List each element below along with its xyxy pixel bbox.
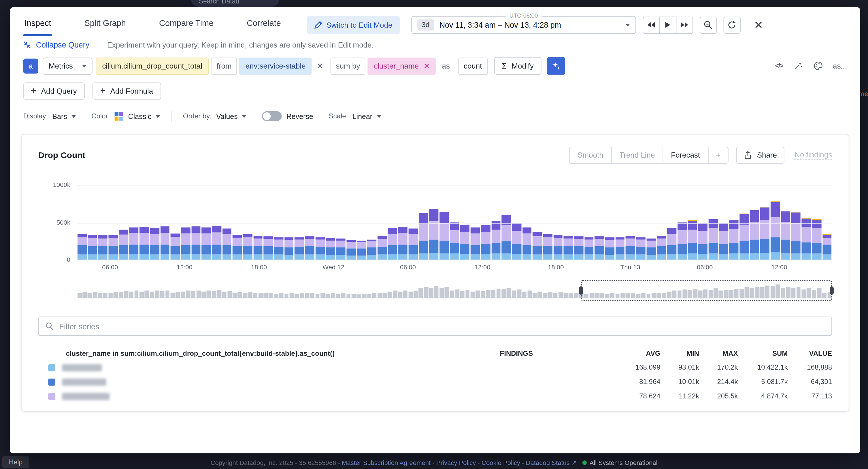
stacked-bar[interactable] [532, 232, 542, 259]
stacked-bar[interactable] [802, 218, 811, 259]
stacked-bar[interactable] [181, 227, 190, 259]
stacked-bar[interactable] [502, 215, 511, 259]
stacked-bar[interactable] [315, 237, 325, 259]
stacked-bar[interactable] [409, 229, 418, 259]
tab-split-graph[interactable]: Split Graph [83, 14, 127, 36]
metric-name-field[interactable]: cilium.cilium_drop_count_total [95, 57, 209, 74]
stacked-bar[interactable] [295, 237, 304, 259]
stacked-bar[interactable] [419, 213, 428, 259]
stacked-bar[interactable] [781, 211, 790, 259]
close-icon[interactable]: ✕ [749, 17, 768, 33]
stacked-bar[interactable] [357, 241, 366, 259]
stacked-bar[interactable] [822, 234, 831, 259]
stacked-bar[interactable] [792, 212, 801, 259]
stacked-bar[interactable] [398, 227, 407, 259]
stacked-bar[interactable] [232, 235, 242, 259]
footer-link[interactable]: Privacy Policy [436, 459, 476, 466]
stacked-bar[interactable] [750, 210, 759, 259]
filter-series-input[interactable] [59, 322, 825, 331]
brush-handle-right[interactable] [830, 286, 833, 295]
toolbar-trend-line[interactable]: Trend Line [611, 147, 663, 163]
group-by-chip[interactable]: cluster_name ✕ [368, 57, 436, 74]
remove-filter-icon[interactable]: ✕ [317, 61, 323, 70]
stacked-bar[interactable] [253, 236, 262, 259]
add-formula-button[interactable]: + Add Formula [93, 83, 161, 100]
display-type-dropdown[interactable]: Bars [52, 112, 76, 120]
column-avg[interactable]: AVG [597, 350, 660, 357]
as-count-dropdown[interactable]: count [458, 57, 488, 74]
stacked-bar[interactable] [222, 229, 231, 259]
stacked-bar[interactable] [481, 224, 490, 259]
stacked-bar[interactable] [657, 236, 666, 259]
stacked-bar[interactable] [760, 207, 770, 259]
zoom-out-button[interactable] [700, 17, 717, 34]
column-max[interactable]: MAX [699, 350, 738, 357]
brush-handle-left[interactable] [579, 286, 583, 295]
stacked-bar[interactable] [771, 201, 780, 259]
footer-link[interactable]: Datadog Status ↗ [526, 459, 577, 466]
color-dropdown[interactable]: Classic [115, 112, 160, 120]
footer-link[interactable]: Cookie Policy [482, 459, 520, 466]
stacked-bar[interactable] [522, 227, 531, 259]
stacked-bar[interactable] [553, 235, 562, 259]
stacked-bar[interactable] [678, 222, 687, 259]
stacked-bar[interactable] [108, 235, 118, 259]
time-selection-brush[interactable] [581, 280, 832, 301]
stacked-bar[interactable] [170, 233, 180, 259]
background-search-input[interactable]: Search Datad [191, 0, 280, 7]
share-button[interactable]: Share [737, 147, 785, 164]
table-row[interactable]: 78,62411.22k205.5k4,874.7k77,113 [38, 389, 832, 403]
stacked-bar[interactable] [564, 236, 573, 259]
stacked-bar[interactable] [346, 240, 355, 259]
plot-area[interactable] [77, 183, 832, 260]
stacked-bar[interactable] [626, 236, 635, 259]
order-by-dropdown[interactable]: Values [216, 112, 246, 120]
stacked-bar[interactable] [543, 234, 552, 259]
time-range-picker[interactable]: UTC-06:00 3d Nov 11, 3:34 am – Nov 13, 4… [411, 16, 636, 34]
as-more-label[interactable]: as... [833, 62, 847, 70]
skip-back-button[interactable] [643, 17, 660, 34]
findings-label[interactable]: No findings [795, 150, 832, 160]
scale-dropdown[interactable]: Linear [352, 112, 381, 120]
stacked-bar[interactable] [450, 223, 459, 259]
stacked-bar[interactable] [740, 214, 749, 259]
stacked-bar[interactable] [688, 220, 697, 259]
toolbar-forecast[interactable]: Forecast [662, 147, 708, 163]
table-row[interactable]: 168,09993.01k170.2k10,422.1k168,888 [38, 361, 832, 375]
stacked-bar[interactable] [512, 223, 521, 259]
column-sum[interactable]: SUM [738, 350, 788, 357]
stacked-bar[interactable] [160, 226, 169, 259]
stacked-bar[interactable] [388, 228, 397, 259]
add-query-button[interactable]: + Add Query [23, 83, 85, 100]
stacked-bar[interactable] [212, 226, 221, 259]
stacked-bar[interactable] [336, 239, 345, 259]
overview-scrubber[interactable] [77, 280, 832, 301]
filter-tag-chip[interactable]: env:service-stable [239, 57, 312, 74]
switch-to-edit-mode-button[interactable]: Switch to Edit Mode [306, 16, 400, 34]
stacked-bar[interactable] [439, 212, 449, 259]
stacked-bar[interactable] [98, 236, 107, 259]
stacked-bar[interactable] [129, 227, 138, 259]
column-min[interactable]: MIN [660, 350, 699, 357]
stacked-bar[interactable] [646, 238, 656, 259]
stacked-bar[interactable] [574, 237, 583, 259]
tab-compare-time[interactable]: Compare Time [158, 14, 215, 36]
toolbar--[interactable]: + [708, 147, 728, 163]
stacked-bar[interactable] [584, 237, 594, 259]
stacked-bar[interactable] [667, 228, 676, 259]
stacked-bar[interactable] [202, 227, 211, 259]
magic-wand-icon[interactable] [794, 61, 803, 70]
play-button[interactable] [659, 17, 676, 34]
ai-sparkle-button[interactable] [547, 57, 565, 74]
series-name-redacted[interactable] [62, 393, 110, 400]
stacked-bar[interactable] [616, 237, 625, 259]
remove-group-icon[interactable]: ✕ [424, 62, 430, 70]
skip-forward-button[interactable] [676, 17, 693, 34]
column-value[interactable]: VALUE [787, 350, 832, 357]
stacked-bar[interactable] [605, 238, 614, 259]
stacked-bar[interactable] [191, 226, 200, 259]
stacked-bar[interactable] [88, 235, 97, 259]
stacked-bar[interactable] [636, 237, 645, 259]
metrics-source-dropdown[interactable]: Metrics [43, 57, 92, 74]
stacked-bar[interactable] [460, 225, 469, 259]
